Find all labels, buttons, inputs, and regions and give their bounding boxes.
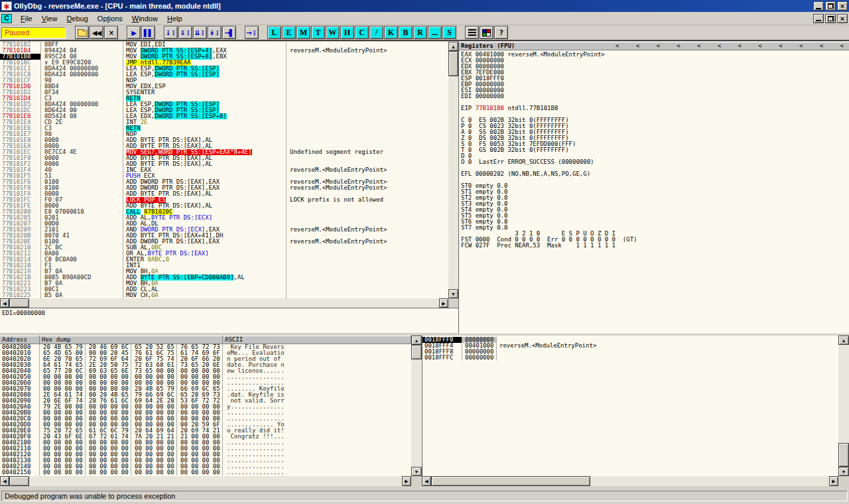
close-button[interactable]: × <box>837 1 848 11</box>
disasm-row[interactable]: 77B10221B7 0AMOV BH,0A <box>0 281 448 286</box>
stack-pane[interactable]: 0018FFF0000000000018FFF400401000reverseM… <box>422 336 838 476</box>
collapse-column-button[interactable]: < <box>718 43 721 49</box>
disasm-row[interactable]: 77B101F00000ADD BYTE PTR DS:[EAX],AL <box>0 155 448 161</box>
memory-map-button[interactable]: M <box>296 26 310 39</box>
disasm-row[interactable]: 77B101DC8D6424 00LEA ESP,DWORD PTR SS:[E… <box>0 107 448 113</box>
hexdump-row[interactable]: 004020C000 00 00 0000 00 00 0000 00 00 0… <box>0 416 411 422</box>
collapse-column-button[interactable]: < <box>636 43 639 49</box>
disasm-hscroll-thumb[interactable] <box>9 298 29 308</box>
disasm-row[interactable]: 77B101B4894424 04MOV DWORD PTR SS:[ESP+4… <box>0 48 448 54</box>
collapse-column-button[interactable]: < <box>820 43 823 49</box>
register-line[interactable]: ST0 empty 0.0 <box>459 183 849 189</box>
cpu-window-button[interactable]: C <box>355 26 369 39</box>
breakpoints-button[interactable]: B <box>399 26 413 39</box>
hexdump-vscroll-thumb[interactable] <box>411 345 422 359</box>
disasm-row[interactable]: 77B101C18DA424 00000000LEA ESP,DWORD PTR… <box>0 66 448 72</box>
hexdump-row[interactable]: 0040201065 4D 65 0000 00 20 4576 61 6C 7… <box>0 350 411 356</box>
disasm-row[interactable]: 77B101D58DA424 00000000LEA ESP,DWORD PTR… <box>0 101 448 107</box>
disasm-row[interactable]: 77B101EA0000ADD BYTE PTR DS:[EAX],AL <box>0 143 448 149</box>
hexdump-row[interactable]: 004020802E 64 61 7400 20 4B 6579 66 69 6… <box>0 392 411 398</box>
register-line[interactable]: EAX 00401000 reverseM.<ModuleEntryPoint> <box>459 52 849 58</box>
disasm-row[interactable]: 77B102102C BCSUB AL,0BC <box>0 245 448 251</box>
disasm-row[interactable]: 77B101F551PUSH ECX <box>0 173 448 179</box>
disasm-row[interactable]: 77B101E80000ADD BYTE PTR DS:[EAX],AL <box>0 137 448 143</box>
register-line[interactable]: ST4 empty 0.0 <box>459 207 849 213</box>
register-line[interactable]: ST7 empty 0.0 <box>459 225 849 231</box>
windows-list-button[interactable] <box>465 26 479 39</box>
help-button[interactable]: ? <box>494 26 508 39</box>
register-line[interactable] <box>459 177 849 183</box>
collapse-column-button[interactable]: < <box>616 43 619 49</box>
disasm-row[interactable]: 77B10214C8 BC0A00ENTER 0ABC,0 <box>0 257 448 263</box>
execute-till-return-button[interactable]: →▌ <box>222 26 236 39</box>
register-line[interactable]: C 0 ES 002B 32bit 0(FFFFFFFF) <box>459 117 849 123</box>
register-line[interactable]: FST 0000 Cond 0 0 0 0 Err 0 0 0 0 0 0 0 … <box>459 237 849 243</box>
disasm-row[interactable]: 77B10225B5 0AMOV CH,0A <box>0 292 448 298</box>
stack-scroll-down-button[interactable]: ▼ <box>838 467 849 476</box>
hexdump-row[interactable]: 0040203064 61 74 652E 20 50 7572 63 68 6… <box>0 362 411 368</box>
stack-vscrollbar[interactable]: ▲ ▼ <box>838 336 849 476</box>
hexdump-scroll-up-button[interactable]: ▲ <box>411 336 422 345</box>
hexdump-row[interactable]: 004020D000 00 00 0000 00 00 0000 00 00 0… <box>0 422 411 428</box>
collapse-column-button[interactable]: < <box>840 43 843 49</box>
menu-item-debug[interactable]: Debug <box>62 13 92 24</box>
disasm-row[interactable]: 77B1020E0100ADD DWORD PTR DS:[EAX],EAXre… <box>0 239 448 245</box>
disasm-row[interactable]: 77B1022300C1ADD CL,AL <box>0 286 448 292</box>
collapse-column-button[interactable]: < <box>799 43 803 49</box>
call-stack-button[interactable]: K <box>384 26 398 39</box>
hexdump-row[interactable]: 0040204065 77 20 6C69 63 65 6E73 65 00 0… <box>0 368 411 374</box>
executable-modules-button[interactable]: E <box>282 26 296 39</box>
disasm-row[interactable]: 77B101FA0000ADD BYTE PTR DS:[EAX],AL <box>0 191 448 197</box>
register-line[interactable]: EFL 00000202 (NO,NB,NE,A,NS,PO,GE,G) <box>459 171 849 177</box>
disasm-row[interactable]: 77B101F20000ADD BYTE PTR DS:[EAX],AL <box>0 161 448 167</box>
disasm-row[interactable]: 77B101FE0000ADD BYTE PTR DS:[EAX],AL <box>0 203 448 209</box>
disasm-row[interactable]: 77B102050201ADD AL,BYTE PTR DS:[ECX] <box>0 215 448 221</box>
mdi-minimize-button[interactable] <box>813 14 824 23</box>
hexdump-hscrollbar[interactable]: ◀ ▶ <box>0 476 411 486</box>
disasm-vscroll-thumb[interactable] <box>448 51 458 76</box>
disasm-scroll-right-button[interactable]: ▶ <box>439 298 448 308</box>
disasm-row[interactable]: 77B101F80100ADD DWORD PTR DS:[EAX],EAXre… <box>0 185 448 191</box>
hexdump-row[interactable]: 004020A079 2E 00 0000 00 00 0000 00 00 0… <box>0 404 411 410</box>
collapse-column-button[interactable]: < <box>738 43 742 49</box>
register-line[interactable] <box>459 165 849 171</box>
stack-scroll-up-button[interactable]: ▲ <box>838 336 849 345</box>
register-line[interactable]: ST2 empty 0.0 <box>459 195 849 201</box>
collapse-column-button[interactable]: < <box>697 43 700 49</box>
disasm-hscrollbar[interactable]: ◀ ▶ <box>0 298 448 308</box>
register-line[interactable]: ST5 empty 0.0 <box>459 213 849 219</box>
menu-item-help[interactable]: Help <box>163 13 187 24</box>
disasm-vscrollbar[interactable]: ▲ ▼ <box>448 42 458 298</box>
hexdump-row[interactable]: 004020E075 20 72 6561 6C 6C 7920 64 69 6… <box>0 428 411 434</box>
restore-button[interactable] <box>825 1 836 11</box>
animate-into-button[interactable]: ⇊⋮ <box>193 26 207 39</box>
disasm-row[interactable]: 77B101E4CD 2EINT 2E <box>0 119 448 125</box>
collapse-column-button[interactable]: < <box>758 43 761 49</box>
hex-dump-pane[interactable]: Address Hex dump ASCII 0040200020 4B 65 … <box>0 336 411 476</box>
collapse-column-button[interactable]: < <box>677 43 680 49</box>
references-button[interactable]: R <box>413 26 427 39</box>
run-button[interactable]: ▶ <box>127 26 141 39</box>
close-program-button[interactable]: × <box>104 26 118 39</box>
register-line[interactable]: ST3 empty 0.0 <box>459 201 849 207</box>
register-line[interactable]: EBX 7EFDE000 <box>459 70 849 76</box>
source-button[interactable]: S <box>442 26 456 39</box>
disasm-row[interactable]: 77B10219B7 0AMOV BH,0A <box>0 269 448 275</box>
mdi-restore-button[interactable] <box>825 14 836 23</box>
disasm-row[interactable]: 77B101FCF0:07LOCK POP ESLOCK prefix is n… <box>0 197 448 203</box>
register-line[interactable]: EIP 77B101B8 ntdll.77B101B8 <box>459 105 849 111</box>
pause-button[interactable]: ▌▌ <box>141 26 155 39</box>
hexdump-row[interactable]: 0040211000 00 00 0000 00 00 0000 00 00 0… <box>0 446 411 452</box>
appearance-button[interactable] <box>480 26 493 39</box>
hexdump-vscrollbar[interactable]: ▲ ▼ <box>411 336 422 476</box>
restart-button[interactable]: ◀◀ <box>90 26 103 39</box>
register-line[interactable]: ESI 00000000 <box>459 88 849 94</box>
step-into-button[interactable]: ↓⋮ <box>164 26 178 39</box>
hexdump-row[interactable]: 0040207000 00 00 0000 00 00 0020 4B 65 7… <box>0 386 411 392</box>
disasm-scroll-down-button[interactable]: ▼ <box>448 289 458 298</box>
disasm-scroll-up-button[interactable]: ▲ <box>448 42 458 51</box>
register-line[interactable]: ST1 empty 0.0 <box>459 189 849 195</box>
register-line[interactable]: S 0 FS 0053 32bit 7EFDD000(FFF) <box>459 141 849 147</box>
hexdump-row[interactable]: 0040209020 6E 6F 7420 76 61 6C69 64 2E 2… <box>0 398 411 404</box>
stack-scroll-right-button[interactable]: ▶ <box>829 476 838 486</box>
